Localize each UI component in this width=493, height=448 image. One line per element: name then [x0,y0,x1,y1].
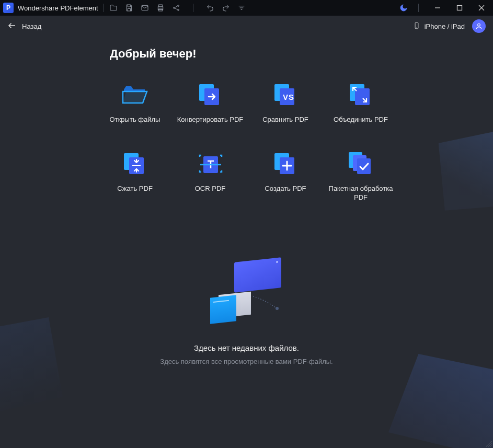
svg-rect-0 [142,5,148,10]
ocr-icon [197,151,223,177]
svg-point-6 [177,9,179,11]
svg-rect-8 [457,6,462,10]
titlebar-separator [104,4,104,12]
print-icon[interactable] [156,4,165,12]
window-close-button[interactable] [473,0,490,16]
arrow-left-icon [7,21,17,32]
mail-icon[interactable] [141,4,149,12]
window-minimize-button[interactable] [429,0,446,16]
tile-open-files[interactable]: Открыть файлы [97,82,173,124]
svg-text:S: S [289,93,294,101]
user-avatar-button[interactable] [472,19,486,33]
empty-subtitle: Здесь появятся все просмотренные вами PD… [160,358,333,365]
compare-icon: V S [272,82,299,108]
iphone-ipad-label: iPhone / iPad [425,22,465,30]
dropdown-customize-icon[interactable] [237,4,246,12]
main-content: Добрый вечер! Открыть файлы [0,37,493,365]
svg-rect-2 [158,5,162,7]
save-icon[interactable] [125,4,133,12]
back-label: Назад [22,22,41,30]
compress-icon [122,151,148,177]
tile-batch-pdf[interactable]: Пакетная обработка PDF [323,151,398,202]
titlebar-separator-2 [193,4,193,12]
iphone-ipad-button[interactable]: iPhone / iPad [413,22,465,31]
create-icon [272,151,299,177]
svg-rect-3 [158,9,162,11]
convert-icon [197,82,223,108]
back-button[interactable]: Назад [7,21,41,32]
empty-state: Здесь нет недавних файлов. Здесь появятс… [0,260,493,365]
greeting-title: Добрый вечер! [110,47,493,61]
tile-label: Сравнить PDF [262,115,308,124]
tile-label: Конвертировать PDF [177,115,244,124]
bg-poly-bottom-right [388,354,493,448]
svg-rect-22 [355,88,370,105]
redo-icon[interactable] [222,4,230,12]
undo-icon[interactable] [206,4,214,12]
svg-point-33 [276,307,279,310]
app-title: Wondershare PDFelement [18,4,98,12]
tile-convert-pdf[interactable]: Конвертировать PDF [173,82,248,124]
folder-open-icon [122,82,148,108]
resize-grip-icon[interactable] [485,440,492,447]
titlebar-quick-actions [109,4,246,12]
empty-title: Здесь нет недавних файлов. [194,343,299,352]
svg-line-36 [490,445,491,446]
tile-label: Создать PDF [265,184,306,193]
tile-compress-pdf[interactable]: Сжать PDF [97,151,173,202]
open-folder-icon[interactable] [109,4,118,12]
svg-point-14 [478,24,480,26]
svg-point-5 [177,5,179,7]
tile-label: Сжать PDF [117,184,153,193]
batch-icon [348,151,374,177]
user-icon [475,22,483,30]
tile-label: Объединить PDF [334,115,388,124]
tile-label: Открыть файлы [110,115,160,124]
window-maximize-button[interactable] [451,0,468,16]
tile-merge-pdf[interactable]: Объединить PDF [323,82,398,124]
tile-label: Пакетная обработка PDF [327,184,395,202]
svg-rect-32 [357,158,371,174]
tile-create-pdf[interactable]: Создать PDF [248,151,323,202]
app-logo-icon: P [3,3,14,13]
titlebar-separator-3 [418,4,419,12]
tile-label: OCR PDF [195,184,226,193]
svg-point-4 [173,7,175,9]
merge-icon [348,82,374,108]
svg-text:V: V [283,93,288,101]
subbar: Назад iPhone / iPad [0,16,493,37]
empty-illustration-icon [210,260,283,323]
tile-compare-pdf[interactable]: V S Сравнить PDF [248,82,323,124]
phone-icon [413,22,420,31]
titlebar: P Wondershare PDFelement [0,0,493,16]
theme-moon-icon[interactable] [399,4,408,12]
share-icon[interactable] [172,4,180,12]
tile-ocr-pdf[interactable]: OCR PDF [173,151,248,202]
action-grid: Открыть файлы Конвертировать PDF V S [97,82,493,202]
